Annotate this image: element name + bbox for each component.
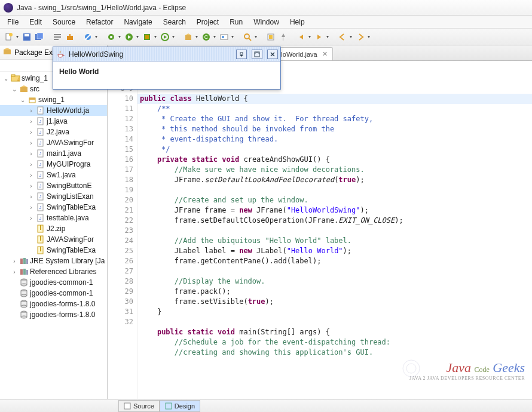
menu-window[interactable]: Window bbox=[249, 17, 284, 27]
menu-run[interactable]: Run bbox=[225, 17, 247, 27]
dropdown-icon[interactable]: ▾ bbox=[194, 34, 199, 39]
svg-text:J: J bbox=[39, 173, 42, 178]
save-all-icon[interactable] bbox=[34, 32, 45, 42]
dropdown-icon[interactable]: ▾ bbox=[348, 34, 353, 39]
dropdown-icon[interactable]: ▾ bbox=[153, 34, 158, 39]
tree-item[interactable]: jgoodies-forms-1.8.0 bbox=[0, 299, 107, 309]
tree-item[interactable]: ›JHelloWorld.ja bbox=[0, 105, 107, 116]
project-tree[interactable]: ⌄Jswing_1⌄src⌄swing_1›JHelloWorld.ja›Jj1… bbox=[0, 72, 107, 399]
svg-rect-10 bbox=[69, 34, 71, 36]
minimize-button[interactable] bbox=[236, 50, 247, 59]
tree-item[interactable]: ›JSw1.java bbox=[0, 170, 107, 180]
search-icon[interactable] bbox=[242, 32, 253, 42]
svg-text:C: C bbox=[204, 34, 209, 40]
tree-item[interactable]: ›JSwingButtonE bbox=[0, 180, 107, 191]
svg-marker-31 bbox=[282, 33, 285, 41]
dropdown-icon[interactable]: ▾ bbox=[171, 34, 176, 39]
tree-item[interactable]: J2.zip bbox=[0, 223, 107, 234]
tree-item[interactable]: jgoodies-forms-1.8.0 bbox=[0, 309, 107, 320]
svg-point-26 bbox=[222, 36, 224, 38]
menu-help[interactable]: Help bbox=[285, 17, 310, 27]
tree-item[interactable]: ›Jj1.java bbox=[0, 116, 107, 127]
dropdown-icon[interactable]: ▾ bbox=[307, 34, 312, 39]
tree-item-label: JAVASwingFor bbox=[47, 139, 94, 147]
menu-edit[interactable]: Edit bbox=[25, 17, 47, 27]
svg-point-27 bbox=[244, 34, 249, 39]
new-package-icon[interactable] bbox=[183, 32, 194, 42]
tree-item-label: swing_1 bbox=[22, 74, 48, 82]
save-icon[interactable] bbox=[22, 32, 32, 42]
tree-item[interactable]: jgoodies-common-1 bbox=[0, 288, 107, 299]
tree-item-label: J2.java bbox=[47, 128, 69, 136]
pin-icon[interactable] bbox=[278, 32, 289, 42]
svg-rect-72 bbox=[20, 259, 23, 264]
menu-project[interactable]: Project bbox=[192, 17, 224, 27]
back-icon[interactable] bbox=[337, 32, 348, 42]
menu-search[interactable]: Search bbox=[158, 17, 191, 27]
menu-refactor[interactable]: Refactor bbox=[81, 17, 118, 27]
next-annotation-icon[interactable] bbox=[314, 32, 325, 42]
maximize-button[interactable] bbox=[252, 50, 262, 59]
close-tab-icon[interactable]: ✕ bbox=[322, 50, 328, 58]
run-icon[interactable] bbox=[124, 32, 134, 42]
dropdown-icon[interactable]: ▾ bbox=[15, 34, 20, 39]
editor-area: JJ2.javaJHelloWorld.java✕ ⊟ ⊟ 4 5 6 7 8 … bbox=[108, 45, 532, 399]
tab-design[interactable]: Design bbox=[160, 400, 200, 412]
build-icon[interactable] bbox=[65, 32, 75, 42]
menu-navigate[interactable]: Navigate bbox=[119, 17, 157, 27]
svg-rect-97 bbox=[166, 403, 172, 409]
svg-marker-33 bbox=[317, 35, 321, 39]
tree-item[interactable]: ›JRE System Library [Ja bbox=[0, 256, 107, 266]
dropdown-icon[interactable]: ▾ bbox=[253, 34, 258, 39]
tree-item[interactable]: ›Referenced Libraries bbox=[0, 266, 107, 277]
swing-titlebar[interactable]: HelloWorldSwing bbox=[53, 47, 280, 62]
code-editor[interactable]: ⊟ ⊟ 4 5 6 7 8 9 10 11 12 13 14 15 16 17 … bbox=[108, 61, 532, 399]
tree-item[interactable]: SwingTableExa bbox=[0, 245, 107, 256]
tree-item[interactable]: ⌄swing_1 bbox=[0, 94, 107, 105]
tree-item[interactable]: jgoodies-common-1 bbox=[0, 277, 107, 288]
tree-item[interactable]: ›Jmain1.java bbox=[0, 148, 107, 159]
tree-item[interactable]: JAVASwingFor bbox=[0, 234, 107, 245]
dropdown-icon[interactable]: ▾ bbox=[366, 34, 371, 39]
tree-item[interactable]: ›Jtesttable.java bbox=[0, 213, 107, 223]
toggle-mark-icon[interactable] bbox=[265, 32, 276, 42]
svg-text:J: J bbox=[39, 119, 42, 124]
tree-item-label: HelloWorld.ja bbox=[47, 106, 89, 115]
svg-text:J: J bbox=[39, 151, 42, 156]
tree-item[interactable]: ›JSwingTableExa bbox=[0, 202, 107, 213]
run-last-icon[interactable] bbox=[160, 32, 170, 42]
close-button[interactable] bbox=[267, 50, 278, 59]
svg-rect-7 bbox=[54, 36, 61, 38]
dropdown-icon[interactable]: ▾ bbox=[325, 34, 330, 39]
tab-source[interactable]: Source bbox=[118, 400, 160, 412]
svg-rect-43 bbox=[29, 98, 35, 100]
menu-file[interactable]: File bbox=[2, 17, 23, 27]
tree-item[interactable]: ›JJAVASwingFor bbox=[0, 137, 107, 148]
swing-output-window[interactable]: HelloWorldSwing Hello World bbox=[53, 47, 281, 90]
menubar: File Edit Source Refactor Navigate Searc… bbox=[0, 16, 532, 29]
new-class-icon[interactable]: C bbox=[201, 32, 212, 42]
new-icon[interactable] bbox=[4, 32, 14, 42]
dropdown-icon[interactable]: ▾ bbox=[212, 34, 217, 39]
open-type-icon[interactable] bbox=[219, 32, 230, 42]
tree-item[interactable]: ›JMyGUIProgra bbox=[0, 159, 107, 170]
dropdown-icon[interactable]: ▾ bbox=[135, 34, 140, 39]
fold-gutter[interactable]: ⊟ ⊟ bbox=[108, 61, 116, 399]
tree-item-label: SwingListExan bbox=[47, 192, 94, 201]
svg-rect-18 bbox=[145, 35, 149, 39]
dropdown-icon[interactable]: ▾ bbox=[117, 34, 122, 39]
tree-item[interactable]: ›JJ2.java bbox=[0, 127, 107, 137]
menu-source[interactable]: Source bbox=[48, 17, 80, 27]
prev-annotation-icon[interactable] bbox=[296, 32, 307, 42]
debug-icon[interactable] bbox=[106, 32, 117, 42]
dropdown-icon[interactable]: ▾ bbox=[230, 34, 235, 39]
toggle-breadcrumb-icon[interactable] bbox=[52, 32, 63, 42]
coverage-icon[interactable] bbox=[142, 32, 152, 42]
forward-icon[interactable] bbox=[355, 32, 366, 42]
svg-rect-74 bbox=[26, 259, 28, 264]
tree-item[interactable]: ›JSwingListExan bbox=[0, 191, 107, 202]
code-text-area[interactable]: import javax.swing.*; public class Hello… bbox=[137, 61, 532, 399]
eclipse-icon bbox=[4, 3, 13, 13]
dropdown-icon[interactable]: ▾ bbox=[94, 34, 99, 39]
skip-breakpoints-icon[interactable] bbox=[82, 32, 93, 42]
